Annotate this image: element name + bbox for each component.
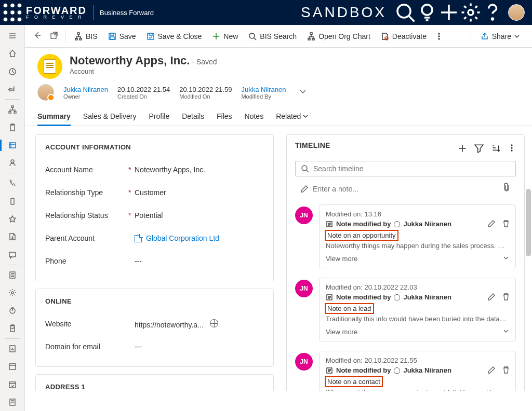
overflow-button[interactable] [432,25,446,48]
modified-on-label: Modified On [179,93,232,100]
timeline-card[interactable]: Modified on: 20.10.2022 21.55 Note modif… [319,351,516,391]
delete-icon[interactable] [502,293,510,303]
contacts-icon[interactable] [0,154,25,172]
deactivate-button[interactable]: Deactivate [376,25,432,48]
parent-account-link[interactable]: Global Corporation Ltd [146,234,219,242]
timeline-search-input[interactable] [313,165,510,173]
sidebar-toggle-icon[interactable] [0,27,25,45]
timeline-sort-icon[interactable] [491,144,500,155]
field-relationship-status[interactable]: Relationship Status* Potential [45,204,264,227]
tab-summary[interactable]: Summary [37,108,71,126]
tab-files[interactable]: Files [217,108,232,126]
lightbulb-icon[interactable] [417,0,437,25]
help-icon[interactable] [482,0,503,25]
timeline-note-input[interactable] [313,185,502,193]
new-button[interactable]: New [207,25,243,48]
phone-icon[interactable] [0,174,25,192]
clipboard2-icon[interactable] [0,320,25,337]
save-button[interactable]: Save [103,25,141,48]
list-icon[interactable] [0,266,25,284]
tab-details[interactable]: Details [182,108,204,126]
svg-point-74 [438,33,440,34]
accounts-icon[interactable] [0,136,25,154]
timeline-avatar: JN [295,353,313,371]
star-icon[interactable] [0,210,25,228]
svg-point-82 [511,145,512,146]
timeline-note-entry[interactable] [295,180,516,198]
attachment-icon[interactable] [502,183,511,195]
add-icon[interactable] [438,0,459,25]
export-icon[interactable] [0,228,25,245]
section-heading: ACCOUNT INFORMATION [45,143,264,151]
record-title: Noteworthy Apps, Inc. [70,54,190,67]
header-expand-icon[interactable] [295,88,311,97]
timeline-card[interactable]: Modified on: 13.16 Note modified by Jukk… [319,204,516,268]
svg-rect-23 [9,112,11,113]
field-phone[interactable]: Phone --- [45,250,264,272]
scrollbar[interactable] [526,189,531,256]
timeline-card[interactable]: Modified on: 20.10.2022 22.03 Note modif… [319,278,516,341]
timeline-avatar: JN [295,280,313,297]
svg-rect-58 [75,38,77,40]
edit-icon[interactable] [487,293,496,303]
note-preview: Noteworthy things may happen during the … [326,242,509,250]
view-more-link[interactable]: View more [326,328,509,336]
timeline-filter-icon[interactable] [474,144,484,155]
svg-rect-61 [111,33,114,35]
timeline-item: JN Modified on: 20.10.2022 22.03 Note mo… [292,278,519,341]
timeline-more-icon[interactable] [508,144,516,155]
chat-icon[interactable] [0,245,25,263]
user-avatar[interactable] [508,4,525,21]
delete-icon[interactable] [502,220,510,229]
owner-avatar[interactable] [37,84,54,101]
field-website[interactable]: Website https://noteworthy.a... [45,312,264,335]
field-domain[interactable]: Domain for email --- [45,335,264,358]
tab-notes[interactable]: Notes [245,108,264,126]
timeline-item: JN Modified on: 20.10.2022 21.55 Note mo… [292,351,519,391]
edit-icon[interactable] [487,366,496,376]
svg-point-8 [18,18,21,21]
back-button[interactable] [29,31,46,41]
svg-line-10 [409,17,415,22]
field-relationship-type[interactable]: Relationship Type* Customer [45,181,264,204]
timeline-search[interactable] [295,161,516,176]
svg-point-17 [492,18,494,20]
list2-icon[interactable] [0,393,25,411]
clipboard-icon[interactable] [0,118,25,136]
pinned-icon[interactable] [0,80,25,98]
owner-link[interactable]: Jukka Niiranen [63,86,108,93]
app-launcher-icon[interactable] [3,3,22,22]
note-title: Note on a lead [326,304,373,313]
timer-icon[interactable] [0,302,25,319]
tab-sales-delivery[interactable]: Sales & Delivery [83,108,137,126]
modified-by-link[interactable]: Jukka Niiranen [241,86,286,93]
calendar-icon[interactable] [0,358,25,375]
edit-icon[interactable] [487,220,496,229]
report-icon[interactable] [0,340,25,358]
bis-button[interactable]: BIS [69,25,103,48]
search-icon[interactable] [395,0,416,25]
globe-icon[interactable] [210,319,218,327]
sitemap-icon[interactable] [0,101,25,118]
tab-related[interactable]: Related [276,108,308,126]
home-icon[interactable] [0,45,25,62]
field-account-name[interactable]: Account Name* Noteworthy Apps, Inc. [45,158,264,181]
calendar-check-icon[interactable] [0,375,25,393]
device-icon[interactable] [0,193,25,210]
timeline-modified: Modified on: 20.10.2022 21.55 [326,357,509,364]
view-more-link[interactable]: View more [326,255,509,263]
save-close-button[interactable]: Save & Close [141,25,207,48]
delete-icon[interactable] [502,366,510,376]
settings-icon[interactable] [460,0,481,25]
svg-point-85 [302,166,307,171]
bis-search-button[interactable]: BIS Search [243,25,302,48]
svg-rect-41 [10,325,15,332]
org-chart-button[interactable]: Open Org Chart [302,25,376,48]
share-button[interactable]: Share [474,32,526,40]
popout-button[interactable] [46,31,62,41]
timeline-add-icon[interactable] [458,144,467,155]
settings-nav-icon[interactable] [0,284,25,302]
recent-icon[interactable] [0,63,25,80]
field-parent-account[interactable]: Parent Account Global Corporation Ltd [45,227,264,250]
tab-profile[interactable]: Profile [149,108,170,126]
